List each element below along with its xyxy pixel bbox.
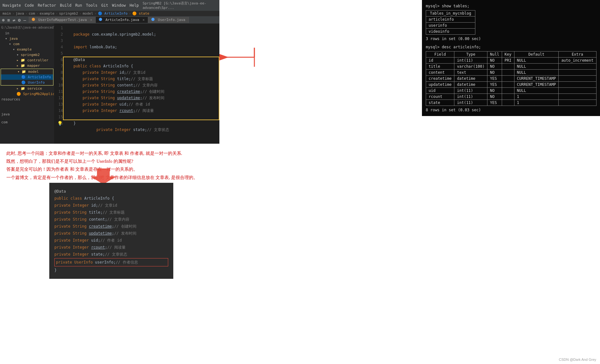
table1-header: Tables_in_mycnblog bbox=[426, 10, 475, 17]
ide-title: SpringMB2 [G:\Java语言\java-ee-advanced\Sp… bbox=[142, 1, 217, 10]
table-row: uid int(11) NO NULL bbox=[426, 88, 597, 94]
tree-resources: resources bbox=[0, 97, 54, 102]
table-row: createtime datetime YES CURRENT_TIMESTAM… bbox=[426, 76, 597, 82]
table-row: content text NO NULL bbox=[426, 70, 597, 76]
bottom-line-8: private Integer uid;// 作者 id bbox=[54, 237, 168, 244]
col-key: Key bbox=[502, 52, 514, 58]
ide-menubar: Navigate Code Refactor Build Run Tools G… bbox=[0, 0, 219, 11]
mysql-panel: mysql> show tables; Tables_in_mycnblog a… bbox=[422, 0, 600, 116]
bottom-line-9: private Integer rcount;// 阅读量 bbox=[54, 244, 168, 251]
left-arrow bbox=[219, 45, 258, 70]
code-lines: package com.example.springmb2.model; imp… bbox=[64, 25, 219, 127]
code-line-2: package com.example.springmb2.model; bbox=[64, 31, 219, 38]
tab-userinfo[interactable]: UserInfo.java bbox=[148, 17, 189, 23]
bc-model[interactable]: model bbox=[83, 11, 93, 16]
tree-userinfo[interactable]: 🔵 UserInfo bbox=[1, 80, 53, 85]
bc-com[interactable]: com bbox=[29, 11, 35, 16]
table-row: updatetime datetime YES CURRENT_TIMESTAM… bbox=[426, 82, 597, 88]
col-null: Null bbox=[487, 52, 502, 58]
bc-main[interactable]: main bbox=[3, 11, 11, 16]
tree-articleinfo[interactable]: 🔵 ArticleInfo bbox=[1, 74, 53, 80]
code-editor[interactable]: 12345 678910 1112131415 16 package com.e… bbox=[54, 24, 219, 144]
ide-body: G:\Java语言\java-ee-advanced\SpringMB2 in … bbox=[0, 24, 219, 144]
bottom-line-7: private String updatetime;// 发布时间 bbox=[54, 230, 168, 237]
mysql-command1: mysql> show tables; bbox=[426, 3, 596, 9]
mysql-result2: 8 rows in set (0.03 sec) bbox=[426, 107, 596, 113]
table-row: state int(11) YES 1 bbox=[426, 100, 597, 106]
code-line-4: import lombok.Data; bbox=[64, 44, 219, 50]
ide-toolbar: ⊕ ≡ ⇌ ⚙ — UserInfoMapperTest.java × Arti… bbox=[0, 16, 219, 24]
menu-build[interactable]: Build bbox=[60, 3, 72, 8]
code-line-11: private String createtime;// 创建时间 bbox=[64, 88, 219, 95]
bc-java[interactable]: java bbox=[16, 11, 24, 16]
bottom-line-12: } bbox=[54, 267, 168, 274]
code-line-5 bbox=[64, 50, 219, 57]
code-line-16: } bbox=[64, 120, 219, 127]
menu-code[interactable]: Code bbox=[25, 3, 34, 8]
tree-java2: java bbox=[0, 112, 54, 117]
code-line-6: @Data bbox=[64, 57, 219, 63]
tree-com[interactable]: com bbox=[0, 41, 54, 47]
tab-userinfotest[interactable]: UserInfoMapperTest.java × bbox=[29, 17, 96, 23]
code-line-15: 💡 private Integer state;// 文章状态 bbox=[64, 114, 219, 120]
svg-marker-5 bbox=[91, 168, 116, 184]
bottom-line-highlighted: private UserInfo userInfo;// 作者信息 bbox=[54, 258, 168, 266]
explanation-line2: 既然，想明白了，那我们是不是可以加上一个 UserInfo 的属性呢? bbox=[6, 157, 594, 165]
table1-row2: userinfo bbox=[426, 23, 475, 29]
tree-in: in bbox=[0, 31, 54, 36]
tab-articleinfo[interactable]: ArticleInfo.java × bbox=[96, 17, 148, 23]
col-field: Field bbox=[426, 52, 454, 58]
code-line-8: private Integer id;// 文章id bbox=[64, 69, 219, 76]
table-row: rcount int(11) NO 1 bbox=[426, 94, 597, 100]
tree-model[interactable]: ▾ 📁 model bbox=[1, 69, 53, 74]
explanation-section: 此时, 思考一个问题：文章和作者是一对一的关系, 即 文章表 和 作者表, 就是… bbox=[0, 146, 600, 185]
col-default: Default bbox=[514, 52, 559, 58]
code-line-1 bbox=[64, 25, 219, 31]
table-row: title varchar(100) NO NULL bbox=[426, 64, 597, 70]
table-row: id int(11) NO PRI NULL auto_increment bbox=[426, 58, 597, 64]
code-line-3 bbox=[64, 38, 219, 44]
bc-articleinfo[interactable]: 🔵 ArticleInfo bbox=[98, 11, 128, 16]
menu-run[interactable]: Run bbox=[75, 3, 82, 8]
tree-controller[interactable]: ▸ 📁 controller bbox=[0, 58, 54, 63]
ide-tabs: UserInfoMapperTest.java × ArticleInfo.ja… bbox=[29, 17, 217, 23]
bottom-line-10: private Integer state;// 文章状态 bbox=[54, 251, 168, 258]
col-extra: Extra bbox=[559, 52, 596, 58]
bottom-line-4: private String title;// 文章标题 bbox=[54, 209, 168, 216]
bottom-line-2: public class ArticleInfo { bbox=[54, 195, 168, 202]
watermark: CSDN @Dark And Grey bbox=[559, 358, 596, 361]
code-line-14: private Integer rcount;// 阅读量 bbox=[64, 107, 219, 114]
tree-mapper[interactable]: ▸ 📁 mapper bbox=[0, 63, 54, 68]
mysql-table2: Field Type Null Key Default Extra id int… bbox=[426, 51, 597, 106]
bc-springmb2[interactable]: springmb2 bbox=[59, 11, 78, 16]
ide-panel: Navigate Code Refactor Build Run Tools G… bbox=[0, 0, 219, 143]
bottom-line-3: private Integer id;// 文章id bbox=[54, 202, 168, 209]
bc-state[interactable]: 🟠 state bbox=[132, 11, 149, 16]
menu-tools[interactable]: Tools bbox=[86, 3, 97, 8]
code-line-12: private String updatetime;// 发布时间 bbox=[64, 95, 219, 101]
tree-java[interactable]: java bbox=[0, 36, 54, 41]
explanation-line1: 此时, 思考一个问题：文章和作者是一对一的关系, 即 文章表 和 作者表, 就是… bbox=[6, 149, 594, 157]
bottom-line-1: @Data bbox=[54, 188, 168, 195]
file-tree: G:\Java语言\java-ee-advanced\SpringMB2 in … bbox=[0, 24, 54, 144]
bc-example[interactable]: example bbox=[40, 11, 54, 16]
tree-springmb2app[interactable]: 🟠 SpringMb2Application bbox=[0, 91, 54, 97]
bottom-code-block: @Data public class ArticleInfo { private… bbox=[49, 183, 173, 279]
menu-window[interactable]: Window bbox=[112, 3, 126, 8]
tree-springmb2[interactable]: springmb2 bbox=[0, 52, 54, 58]
code-line-9: private String title;// 文章标题 bbox=[64, 76, 219, 82]
code-line-7: public class ArticleInfo { bbox=[64, 63, 219, 69]
tree-service[interactable]: ▸ 📁 service bbox=[0, 86, 54, 91]
mysql-command2: mysql> desc articleinfo; bbox=[426, 44, 596, 50]
menu-help[interactable]: Help bbox=[129, 3, 139, 8]
menu-refactor[interactable]: Refactor bbox=[38, 3, 56, 8]
code-line-13: private Integer uid;// 作者 id bbox=[64, 101, 219, 107]
menu-git[interactable]: Git bbox=[101, 3, 108, 8]
col-type: Type bbox=[454, 52, 487, 58]
tree-project-root: G:\Java语言\java-ee-advanced\SpringMB2 bbox=[0, 25, 54, 31]
menu-navigate[interactable]: Navigate bbox=[3, 3, 21, 8]
bottom-line-5: private String content;// 文章内容 bbox=[54, 216, 168, 223]
tree-example[interactable]: example bbox=[0, 47, 54, 52]
tree-com2: com bbox=[0, 120, 54, 125]
bottom-line-6: private String createtime;// 创建时间 bbox=[54, 223, 168, 230]
